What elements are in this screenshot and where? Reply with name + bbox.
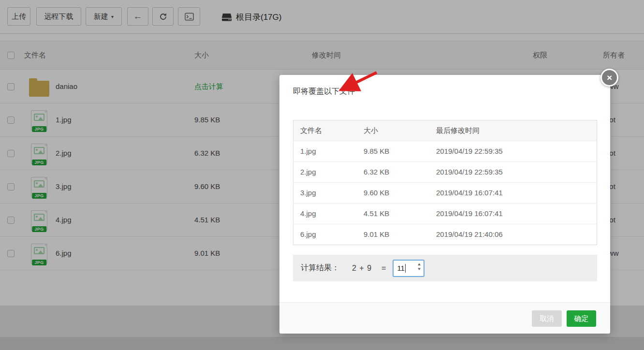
cell-name: 1.jpg <box>300 147 316 155</box>
cell-name: 3.jpg <box>300 189 316 197</box>
cell-name: 4.jpg <box>300 209 316 218</box>
calc-equals-sign: = <box>381 264 386 273</box>
captcha-bar: 计算结果： 2 + 9 = 11 ▲ ▼ <box>293 255 597 281</box>
calc-expression: 2 + 9 <box>352 264 372 273</box>
cell-size: 9.60 KB <box>364 189 389 197</box>
text-cursor <box>405 264 406 273</box>
dialog-footer: 取消 确定 <box>279 302 610 334</box>
dialog-file-table: 文件名大小最后修改时间 1.jpg 9.85 KB 2019/04/19 22:… <box>293 120 597 245</box>
cell-mtime: 2019/04/19 16:07:41 <box>436 209 503 218</box>
cell-size: 9.01 KB <box>364 230 389 238</box>
dialog-close-button[interactable]: × <box>600 69 618 87</box>
dialog-table-row: 6.jpg 9.01 KB 2019/04/19 21:40:06 <box>293 224 597 245</box>
overwrite-dialog: 即将覆盖以下文件 文件名大小最后修改时间 1.jpg 9.85 KB 2019/… <box>279 75 610 334</box>
dialog-table-row: 4.jpg 4.51 KB 2019/04/19 16:07:41 <box>293 203 597 224</box>
number-spinner[interactable]: ▲ ▼ <box>417 262 421 271</box>
dialog-table-row: 2.jpg 6.32 KB 2019/04/19 22:59:35 <box>293 161 597 182</box>
confirm-button[interactable]: 确定 <box>567 310 596 327</box>
dialog-column-header: 文件名 <box>300 126 322 135</box>
spinner-up-icon[interactable]: ▲ <box>417 262 422 266</box>
dialog-table-body: 1.jpg 9.85 KB 2019/04/19 22:59:35 2.jpg … <box>293 141 597 245</box>
dialog-table-header: 文件名大小最后修改时间 <box>293 120 597 141</box>
spinner-down-icon[interactable]: ▼ <box>417 267 422 271</box>
cell-size: 4.51 KB <box>364 209 389 218</box>
calc-answer-value: 11 <box>397 264 405 272</box>
cell-mtime: 2019/04/19 16:07:41 <box>436 189 503 197</box>
dialog-table-row: 1.jpg 9.85 KB 2019/04/19 22:59:35 <box>293 141 597 161</box>
calc-answer-input[interactable]: 11 ▲ ▼ <box>393 260 424 277</box>
dialog-column-header: 最后修改时间 <box>436 126 480 135</box>
cell-name: 6.jpg <box>300 230 316 238</box>
calc-result-label: 计算结果： <box>301 263 339 273</box>
cell-mtime: 2019/04/19 22:59:35 <box>436 147 503 155</box>
cell-mtime: 2019/04/19 21:40:06 <box>436 230 503 238</box>
dialog-title: 即将覆盖以下文件 <box>293 87 355 97</box>
cell-mtime: 2019/04/19 22:59:35 <box>436 168 503 176</box>
cancel-button[interactable]: 取消 <box>532 310 562 327</box>
cell-size: 9.85 KB <box>364 147 389 155</box>
dialog-column-header: 大小 <box>364 126 378 135</box>
dialog-table-row: 3.jpg 9.60 KB 2019/04/19 16:07:41 <box>293 182 597 203</box>
cell-name: 2.jpg <box>300 168 316 176</box>
close-icon: × <box>607 73 612 83</box>
cell-size: 6.32 KB <box>364 168 389 176</box>
